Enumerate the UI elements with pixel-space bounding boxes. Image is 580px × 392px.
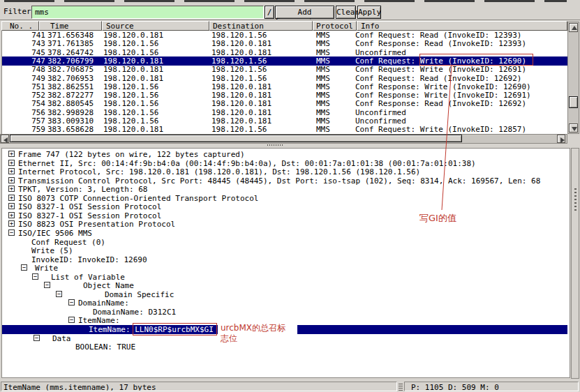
packet-row-741[interactable]: 741371.656348198.120.0.181198.120.1.56MM… xyxy=(2,31,567,40)
packet-row-745[interactable]: 745378.264742198.120.1.56198.120.0.181MM… xyxy=(2,48,567,57)
tree-line[interactable]: +Frame 747 (122 bytes on wire, 122 bytes… xyxy=(2,150,567,159)
tree-line[interactable]: −ItemName: xyxy=(2,316,567,325)
packet-row-748[interactable]: 748382.706875198.120.0.181198.120.1.56MM… xyxy=(2,65,567,74)
tree-line-text: DomainName: xyxy=(78,299,129,308)
cell-src: 198.120.0.181 xyxy=(103,31,163,40)
tree-line[interactable]: −List of Variable xyxy=(2,273,567,282)
expand-plus-icon[interactable]: + xyxy=(8,168,15,174)
cell-dst: 198.120.0.181 xyxy=(211,99,272,108)
vertical-scroll-thumb[interactable] xyxy=(569,96,578,108)
tree-line[interactable]: −Data xyxy=(2,334,567,343)
status-packet-counts: P: 1105 D: 509 M: 0 xyxy=(404,382,579,391)
tree-line-text: Domain Specific xyxy=(105,290,174,299)
tree-line-text: Frame 747 (122 bytes on wire, 122 bytes … xyxy=(18,150,245,159)
cell-no: 757 xyxy=(20,116,45,126)
tree-line[interactable]: −Domain Specific xyxy=(2,290,567,299)
column-header-destination[interactable]: Destination xyxy=(209,21,313,31)
tree-line[interactable]: −Object Name xyxy=(2,281,567,290)
tree-line[interactable]: BOOLEAN: TRUE xyxy=(2,342,567,352)
expand-plus-icon[interactable]: + xyxy=(8,203,15,209)
column-header-time[interactable]: Time xyxy=(39,21,102,31)
tree-line-text: BOOLEAN: TRUE xyxy=(75,342,135,352)
cell-dst: 198.120.0.181 xyxy=(211,39,272,48)
packet-row-754[interactable]: 754382.880545198.120.1.56198.120.0.181MM… xyxy=(2,99,567,108)
packet-row-747[interactable]: 747382.706799198.120.0.181198.120.1.56MM… xyxy=(2,56,567,66)
tree-line[interactable]: −Write xyxy=(2,264,567,273)
tree-line[interactable]: +Ethernet II, Src: 00:14:4f:9b:b4:0a (00… xyxy=(2,159,567,168)
cell-time: 383.009310 xyxy=(47,116,94,126)
cell-src: 198.120.1.56 xyxy=(103,82,158,91)
tree-line-text: InvokeID: InvokeID: 12690 xyxy=(31,255,147,264)
tree-line[interactable]: ItemName: LLN0$RP$urcbMX$GI xyxy=(2,325,567,334)
tree-line[interactable]: +ISO 8327-1 OSI Session Protocol xyxy=(2,202,567,211)
tree-line[interactable]: +TPKT, Version: 3, Length: 68 xyxy=(2,185,567,194)
expand-plus-icon[interactable]: + xyxy=(8,151,15,157)
packet-list-horizontal-scrollbar[interactable] xyxy=(0,134,567,144)
collapse-minus-icon[interactable]: − xyxy=(44,282,50,288)
cell-src: 198.120.1.56 xyxy=(103,116,158,126)
packet-row-756[interactable]: 756382.998928198.120.1.56198.120.0.181MM… xyxy=(2,108,567,117)
clear-button[interactable]: Clear xyxy=(336,6,356,19)
tree-line-text: ISO 8823 OSI Presentation Protocol xyxy=(18,220,175,229)
expand-plus-icon[interactable]: + xyxy=(8,186,15,192)
collapse-minus-icon[interactable]: − xyxy=(32,273,38,280)
tree-line[interactable]: +Internet Protocol, Src: 198.120.0.181 (… xyxy=(2,167,567,176)
expand-plus-icon[interactable]: + xyxy=(8,195,15,201)
tree-line-text: Write (5) xyxy=(31,246,73,255)
add-expression-button[interactable]: Add Expression... xyxy=(275,6,334,19)
expand-plus-icon[interactable]: + xyxy=(8,212,15,218)
collapse-minus-icon[interactable]: − xyxy=(56,291,62,297)
horizontal-scroll-thumb[interactable] xyxy=(10,135,462,142)
cell-dst: 198.120.0.181 xyxy=(211,91,272,100)
cell-src: 198.120.1.56 xyxy=(103,91,158,100)
packet-row-751[interactable]: 751382.862551198.120.1.56198.120.0.181MM… xyxy=(2,82,567,91)
tree-line[interactable]: +ISO 8327-1 OSI Session Protocol xyxy=(2,211,567,220)
packet-list-vertical-scrollbar[interactable] xyxy=(567,22,579,134)
cell-src: 198.120.0.181 xyxy=(103,65,163,74)
filter-expression-slash-button[interactable]: / xyxy=(265,6,274,19)
column-header-source[interactable]: Source xyxy=(102,21,209,31)
collapse-minus-icon[interactable]: − xyxy=(68,317,75,323)
tree-line[interactable]: −DomainName: xyxy=(2,299,567,308)
tree-line-text: ItemName: LLN0$RP$urcbMX$GI xyxy=(89,325,214,334)
column-header-protocol[interactable]: Protocol xyxy=(313,21,357,31)
cell-info: Unconfirmed xyxy=(355,48,406,57)
tree-line[interactable]: −ISO/IEC 9506 MMS xyxy=(2,229,567,238)
cell-info: Conf Request: Read (InvokeID: 12393) xyxy=(355,31,521,40)
packet-row-759[interactable]: 759383.658628198.120.0.181198.120.1.56MM… xyxy=(2,125,567,134)
cell-proto: MMS xyxy=(316,108,330,117)
scroll-up-button[interactable] xyxy=(569,23,578,32)
packet-row-757[interactable]: 757383.009310198.120.1.56198.120.0.181MM… xyxy=(2,116,567,126)
detail-pane-scroll-strip[interactable] xyxy=(571,148,579,379)
expand-plus-icon[interactable]: + xyxy=(8,160,15,166)
collapse-minus-icon[interactable]: − xyxy=(8,229,15,236)
apply-button[interactable]: Apply xyxy=(357,6,381,19)
tree-line[interactable]: DomainName: D312C1 xyxy=(2,308,567,317)
tree-line[interactable]: InvokeID: InvokeID: 12690 xyxy=(2,255,567,264)
collapse-minus-icon[interactable]: − xyxy=(34,335,40,341)
cell-info: Conf Response: Write (InvokeID: 12690) xyxy=(355,82,531,91)
tree-line[interactable]: +Transmission Control Protocol, Src Port… xyxy=(2,176,567,186)
tree-line[interactable]: +ISO 8823 OSI Presentation Protocol xyxy=(2,220,567,229)
packet-row-743[interactable]: 743371.761385198.120.1.56198.120.0.181MM… xyxy=(2,39,567,48)
tree-line[interactable]: Conf Request (0) xyxy=(2,238,567,247)
expand-plus-icon[interactable]: + xyxy=(8,177,15,183)
packet-row-752[interactable]: 752382.872277198.120.1.56198.120.0.181MM… xyxy=(2,91,567,100)
tree-line-text: DomainName: D312C1 xyxy=(93,308,176,317)
collapse-minus-icon[interactable]: − xyxy=(21,264,27,271)
column-header-info[interactable]: Info xyxy=(357,21,567,31)
scroll-right-button[interactable] xyxy=(557,135,565,143)
collapse-minus-icon[interactable]: − xyxy=(68,299,75,306)
cell-info: Unconfirmed xyxy=(355,108,406,117)
expand-plus-icon[interactable]: + xyxy=(8,220,15,227)
scroll-down-button[interactable] xyxy=(569,123,578,133)
cell-proto: MMS xyxy=(316,125,330,134)
arrow-up-icon xyxy=(572,26,577,30)
tree-line[interactable]: Write (5) xyxy=(2,246,567,255)
filter-input[interactable]: mms xyxy=(31,6,264,19)
status-grip-icon xyxy=(399,382,403,391)
packet-row-749[interactable]: 749382.706953198.120.0.181198.120.1.56MM… xyxy=(2,74,567,83)
column-header-no[interactable]: No. . xyxy=(1,21,39,31)
tree-line[interactable]: +ISO 8073 COTP Connection-Oriented Trans… xyxy=(2,194,567,203)
scroll-left-button[interactable] xyxy=(1,135,9,143)
